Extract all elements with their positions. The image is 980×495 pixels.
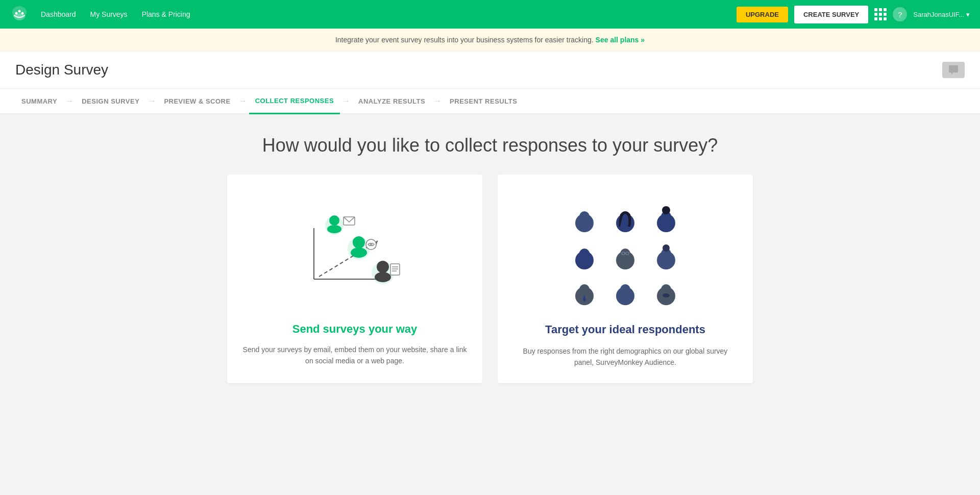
svg-marker-5 [951,72,953,75]
svg-point-1 [15,12,18,15]
chat-button[interactable] [942,62,965,78]
svg-point-2 [18,10,21,13]
main-nav: Dashboard My Surveys Plans & Pricing [41,10,724,18]
target-respondents-illustration [549,195,702,312]
target-respondents-svg [549,195,702,312]
main-content: How would you like to collect responses … [0,114,980,472]
header-right: UPGRADE CREATE SURVEY ? SarahJonasUIF...… [737,6,970,23]
card-right-title: Target your ideal respondents [545,323,705,337]
card-send-surveys[interactable]: Send surveys your way Send your surveys … [227,175,482,383]
user-menu[interactable]: SarahJonasUIF... ▾ [913,11,970,18]
send-surveys-svg [283,197,426,310]
svg-point-56 [661,284,671,294]
step-preview-score[interactable]: PREVIEW & SCORE [158,89,236,113]
svg-point-47 [663,244,670,252]
grid-icon-dots [874,8,887,20]
page-title-bar: Design Survey [0,52,980,89]
svg-point-3 [21,12,24,15]
svg-rect-17 [366,239,376,250]
svg-point-27 [577,221,592,232]
nav-my-surveys[interactable]: My Surveys [90,10,128,18]
svg-rect-21 [390,264,400,275]
svg-point-46 [659,259,673,269]
card-target-respondents[interactable]: Target your ideal respondents Buy respon… [498,175,753,383]
card-right-desc: Buy responses from the right demographic… [513,345,738,368]
chat-icon [948,64,959,76]
send-surveys-illustration [278,195,431,312]
step-collect-responses[interactable]: COLLECT RESPONSES [249,89,340,114]
step-arrow-2: → [145,96,158,106]
step-design-survey[interactable]: DESIGN SURVEY [76,89,145,113]
svg-point-58 [663,293,670,298]
svg-point-16 [351,247,367,258]
svg-point-12 [327,225,341,233]
step-present-results[interactable]: PRESENT RESULTS [444,89,523,113]
page-title: Design Survey [15,62,108,78]
promo-banner: Integrate your event survey results into… [0,29,980,52]
main-header: Dashboard My Surveys Plans & Pricing UPG… [0,0,980,29]
card-left-title: Send surveys your way [292,323,418,336]
svg-point-49 [579,284,590,294]
banner-text: Integrate your event survey results into… [335,36,594,44]
svg-rect-4 [949,65,958,72]
create-survey-button[interactable]: CREATE SURVEY [794,6,868,23]
svg-point-54 [618,294,632,305]
svg-point-20 [375,272,391,282]
banner-link[interactable]: See all plans » [596,36,645,44]
cards-container: Send surveys your way Send your surveys … [168,175,812,383]
main-question: How would you like to collect responses … [15,135,965,156]
svg-point-53 [620,284,630,294]
nav-dashboard[interactable]: Dashboard [41,10,76,18]
card-left-desc: Send your surveys by email, embed them o… [242,344,467,367]
upgrade-button[interactable]: UPGRADE [737,7,788,22]
svg-point-33 [659,221,673,232]
logo[interactable] [10,5,29,23]
step-arrow-1: → [63,96,76,106]
user-chevron: ▾ [966,11,970,18]
steps-nav: SUMMARY → DESIGN SURVEY → PREVIEW & SCOR… [0,89,980,114]
step-analyze-results[interactable]: ANALYZE RESULTS [352,89,431,113]
step-arrow-3: → [237,96,249,106]
step-arrow-5: → [431,96,444,106]
help-icon[interactable]: ? [893,7,907,21]
svg-point-19 [377,261,389,273]
step-summary[interactable]: SUMMARY [15,89,63,113]
logo-icon [10,5,29,23]
grid-icon[interactable] [874,8,887,20]
nav-plans-pricing[interactable]: Plans & Pricing [142,10,190,18]
svg-point-40 [618,259,632,269]
svg-point-26 [579,211,590,221]
svg-point-34 [662,206,670,214]
user-name: SarahJonasUIF... [913,11,964,18]
step-arrow-4: → [340,96,352,106]
